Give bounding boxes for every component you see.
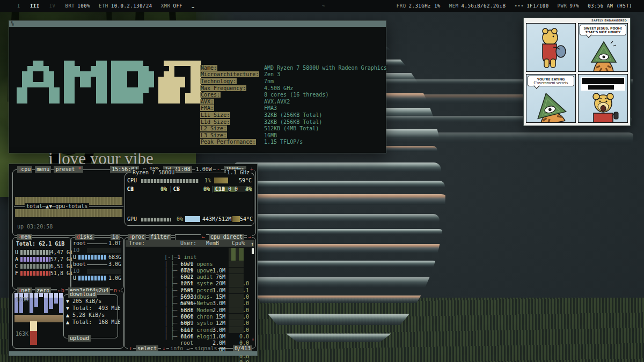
process-row[interactable]: │ ├─ 5693 dbus- mess+ 2.0M 0.0 bbox=[126, 287, 254, 294]
clock: 03:56 AM (HST) bbox=[588, 3, 632, 9]
interval-decrease-button[interactable]: - bbox=[216, 166, 221, 173]
tab-mem[interactable]: 2mem bbox=[17, 234, 32, 240]
net-stats-box: download ▼ 205 KiB/s▼ Total: 493 MiB▲ 5,… bbox=[63, 294, 118, 338]
process-row[interactable]: │ ├─ 6060 chron ntp 3.0M 0.0 bbox=[126, 307, 254, 314]
cpu-model: Ryzen 7 5800U bbox=[131, 169, 175, 176]
speech-bubble: SWEET JESUS, POOH!THAT'S NOT HONEY bbox=[580, 25, 626, 35]
power-draw: 1.00W bbox=[195, 166, 213, 173]
menu-button[interactable]: menu bbox=[35, 166, 51, 173]
tab-cpu[interactable]: 1cpu bbox=[17, 166, 32, 173]
cpu-total-meter bbox=[141, 179, 199, 183]
process-row[interactable]: │ ├─ 1251 syste root 15M 0.0 bbox=[126, 274, 254, 280]
graph-divider-label[interactable]: total─▲▼─gpu-totals bbox=[25, 203, 89, 209]
disk-entry: boot3.0G IO U1.0G bbox=[71, 261, 123, 282]
status-bar-right: FRQ2.31GHz 1%MEM4.5GiB/62.2GiB•••1F1/100… bbox=[397, 3, 644, 9]
process-row[interactable]: │ ├─ 6022 audit root 1.0M 0.0 bbox=[126, 268, 254, 274]
process-row[interactable]: │ ├─ 6729 upowe root 20M 0.0 bbox=[126, 261, 254, 268]
status-item: PWR97% bbox=[558, 3, 580, 9]
process-row[interactable]: │ ├─ 2595 pcscd pcscd 3.0M 0.0 bbox=[126, 280, 254, 287]
pooh-meme-window: SAFELY ENDANGERED SWEET JESUS, POOH!TH bbox=[523, 18, 631, 126]
mem-rows: U 4,47 Gi A 57,7 Gi C 6,51 Gi bbox=[13, 249, 71, 277]
mem-meter bbox=[20, 257, 50, 262]
tab-io[interactable]: io bbox=[111, 234, 120, 240]
status-right-items: FRQ2.31GHz 1%MEM4.5GiB/62.2GiB•••1F1/100… bbox=[397, 3, 579, 9]
redacted-speech-bubble bbox=[581, 77, 625, 91]
mem-row: U 4,47 Gi bbox=[15, 249, 73, 256]
download-label: download bbox=[68, 291, 97, 298]
net-panel: 3net zero ←b enp3s0f4u2u4 n→ 163K 163K d… bbox=[12, 291, 124, 349]
disk-entry: root1.0T IO U683G bbox=[71, 240, 123, 261]
net-scale-bottom: 163K bbox=[16, 331, 28, 337]
process-row[interactable]: │ ├─ 6979 opens root 76M 0.1 bbox=[126, 254, 254, 261]
proc-mem-graph bbox=[229, 294, 244, 300]
scrollbar-thumb[interactable] bbox=[252, 248, 254, 254]
col-mem[interactable]: MemB bbox=[206, 240, 219, 247]
cpu-temp-graph bbox=[214, 178, 228, 183]
status-bar-left: IIIIIV BRT100%ETH10.0.2.130/24XMROFF ☁ bbox=[0, 3, 195, 9]
disk-io-graph bbox=[87, 269, 121, 274]
status-bar: IIIIIV BRT100%ETH10.0.2.130/24XMROFF ☁ ~… bbox=[0, 0, 644, 12]
process-row[interactable]: │ ├─ 6146 elogi root 9.0M 0.0 bbox=[126, 327, 254, 334]
cpufetch-row: Max Frequency:4.508 GHz bbox=[200, 85, 387, 92]
iface-next-button[interactable]: n→ bbox=[113, 287, 121, 294]
comic-panel-1 bbox=[526, 23, 576, 72]
vram-usage: 443M/512M bbox=[202, 216, 231, 223]
cpufetch-row: Microarchitecture:Zen 3 bbox=[200, 71, 387, 78]
preset-button[interactable]: preset * bbox=[54, 166, 83, 173]
net-stat: ▲ Total: 168 MiB bbox=[66, 319, 120, 326]
workspace-item[interactable]: III bbox=[29, 3, 41, 9]
col-user[interactable]: User: bbox=[180, 240, 196, 247]
comic-panel-4 bbox=[578, 74, 628, 123]
process-row[interactable]: [-]─1 init root 1.0M 0.0 bbox=[126, 248, 254, 254]
col-cpu[interactable]: Cpu% bbox=[232, 240, 245, 247]
process-row[interactable]: │ ├─ 6089 syslo root 1.0M 0.0 bbox=[126, 314, 254, 320]
scroll-down-indicator[interactable]: ↓ bbox=[251, 336, 254, 342]
status-item: ETH10.0.2.130/24 bbox=[99, 3, 152, 9]
comic-panel-3: YOU'RE EATINGGovernment secrets bbox=[526, 74, 576, 123]
terminal-titlebar[interactable]: ▚ bbox=[9, 21, 386, 27]
proc-mem-graph bbox=[229, 274, 244, 280]
status-item: •••1F1/100 bbox=[514, 3, 548, 9]
net-stat: ▼ Total: 493 MiB bbox=[66, 305, 120, 312]
illuminati-tigger-figure bbox=[526, 93, 576, 123]
cpu-frequency: 1.1 GHz bbox=[226, 169, 251, 176]
proc-mem-graph bbox=[229, 280, 244, 287]
workspace-item[interactable]: IV bbox=[48, 3, 57, 9]
gpu-meter bbox=[141, 218, 171, 221]
net-stat-rows: ▼ 205 KiB/s▼ Total: 493 MiB▲ 5,28 KiB/s▲… bbox=[64, 298, 118, 326]
upload-label: upload bbox=[68, 335, 91, 342]
upload-graph-band bbox=[14, 315, 63, 322]
workspace-list: IIIIIV bbox=[16, 3, 57, 9]
cpufetch-row: Cores:8 cores (16 threads) bbox=[200, 92, 387, 99]
btop-window: 1cpu menu preset * 15:56:02 ○ 98% 2d 21:… bbox=[9, 164, 258, 356]
disk-io-graph bbox=[87, 248, 121, 253]
proc-mem-graph bbox=[229, 300, 244, 307]
tab-disks[interactable]: disks bbox=[75, 234, 94, 240]
mem-total: Total: 62,1 GiB bbox=[16, 241, 64, 247]
workspace-item[interactable]: I bbox=[16, 3, 21, 9]
cpu-total-pct: 1% bbox=[200, 178, 211, 184]
status-left-items: BRT100%ETH10.0.2.130/24XMROFF bbox=[65, 3, 183, 9]
proc-mem-graph bbox=[229, 320, 244, 327]
vram-graph bbox=[185, 216, 200, 222]
status-item: XMROFF bbox=[161, 3, 183, 9]
net-stat: ▼ 205 KiB/s bbox=[66, 298, 120, 305]
cpufetch-row: Technology:7nm bbox=[200, 78, 387, 85]
scroll-up-indicator[interactable]: ↑ bbox=[251, 241, 254, 247]
cpu-temp: 59°C bbox=[239, 178, 252, 184]
proc-mem-graph bbox=[229, 248, 244, 254]
tab-disks-label: isks bbox=[80, 234, 93, 240]
terminal-window-cpufetch: ▚ Name:AMD Ryzen 7 5800U with Radeon Gra… bbox=[9, 20, 386, 153]
terminal-titlebar-glyph: ▚ bbox=[11, 21, 13, 26]
net-stat: ▲ 5,28 KiB/s bbox=[66, 312, 120, 319]
col-tree[interactable]: Tree: bbox=[129, 240, 145, 247]
mem-meter bbox=[20, 250, 50, 255]
btop-titlebar-bottom[interactable] bbox=[9, 351, 257, 356]
process-row[interactable]: │ ├─ 5796 Netwo root 15M 0.0 bbox=[126, 294, 254, 300]
process-row[interactable]: │ ├─ 5838 Modem root 12M 0.0 bbox=[126, 300, 254, 307]
disk-used-meter bbox=[78, 276, 106, 280]
mem-row: A 57,7 Gi bbox=[15, 256, 73, 263]
cpufetch-row: AVX:AVX,AVX2 bbox=[200, 99, 387, 106]
process-row[interactable]: │ ├─ 6117 crond root 2.0M 0.0 bbox=[126, 320, 254, 327]
illuminati-tigger-figure bbox=[579, 41, 628, 72]
